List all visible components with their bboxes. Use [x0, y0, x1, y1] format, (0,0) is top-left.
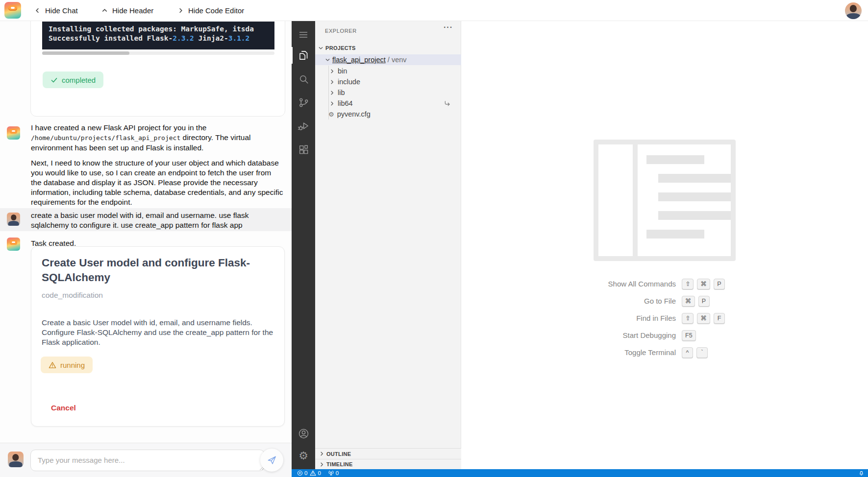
- chevron-down-icon: [318, 46, 323, 51]
- terminal-line-1: Installing collected packages: MarkupSaf…: [49, 25, 254, 33]
- terminal-hscrollbar[interactable]: [42, 51, 274, 55]
- watermark-bar: [646, 230, 704, 238]
- watermark-bar: [646, 155, 704, 164]
- chevron-right-icon: [329, 90, 335, 95]
- hide-chat-button[interactable]: Hide Chat: [34, 0, 78, 21]
- user-avatar: [8, 452, 24, 467]
- keycap-shift: ⇧: [682, 313, 694, 324]
- send-paper-plane-icon: [266, 454, 277, 466]
- keycap-shift: ⇧: [682, 279, 694, 289]
- task-card: Create User model and configure Flask-SQ…: [31, 246, 285, 427]
- warning-count: 0: [318, 470, 321, 476]
- top-header: Hide Chat Hide Header Hide Code Editor: [0, 0, 868, 21]
- completed-label: completed: [62, 76, 96, 84]
- watermark-sidebar: [598, 144, 633, 256]
- chevron-down-icon: [325, 57, 330, 63]
- hide-code-editor-button[interactable]: Hide Code Editor: [177, 0, 244, 21]
- editor-watermark-graphic: [594, 140, 736, 261]
- search-icon: [298, 73, 310, 85]
- shortcut-go-to-file: Go to File ⌘P: [574, 295, 741, 307]
- ports-indicator[interactable]: 0: [328, 470, 339, 476]
- tree-row-pyvenv-cfg[interactable]: ⚙ pyvenv.cfg: [315, 109, 461, 119]
- task-card-type: code_modification: [42, 291, 103, 300]
- run-debug-tab[interactable]: [292, 116, 315, 136]
- folder-label: lib64: [338, 99, 353, 107]
- chevron-right-icon: [319, 462, 324, 467]
- status-badge-running: running: [41, 357, 93, 373]
- terminal-line-2: Successfully installed Flask-2.3.2 Jinja…: [49, 34, 268, 43]
- cancel-button[interactable]: Cancel: [51, 404, 76, 412]
- folder-label: bin: [338, 67, 347, 75]
- user-message: create a basic user model with id, email…: [31, 211, 280, 230]
- keyboard-shortcuts-list: Show All Commands ⇧⌘P Go to File ⌘P Find…: [574, 278, 741, 364]
- assistant-message: I have created a new Flask API project f…: [31, 123, 284, 207]
- hide-chat-label: Hide Chat: [45, 6, 78, 15]
- check-icon: [50, 76, 58, 84]
- gear-icon: ⚙: [298, 451, 308, 461]
- problems-warnings[interactable]: 0: [310, 470, 321, 476]
- tree-row-lib[interactable]: lib: [315, 87, 461, 98]
- tree-row-flask-api-project[interactable]: flask_api_project / venv: [315, 54, 461, 65]
- chevron-right-icon: [319, 451, 324, 456]
- task-card-title: Create User model and configure Flask-SQ…: [42, 256, 274, 285]
- app-logo-robot-icon: [4, 2, 21, 19]
- explorer-sidebar: EXPLORER ··· PROJECTS flask_api_project …: [315, 21, 461, 469]
- extensions-tab[interactable]: [292, 140, 315, 159]
- keycap-f: F: [714, 313, 725, 324]
- search-tab[interactable]: [292, 69, 315, 89]
- shortcut-label: Show All Commands: [574, 280, 682, 288]
- activity-bar: ⚙: [292, 21, 315, 469]
- shortcut-label: Toggle Terminal: [574, 348, 682, 357]
- shortcut-start-debugging: Start Debugging F5: [574, 330, 741, 341]
- root-folder-suffix: / venv: [388, 56, 407, 64]
- file-label: pyvenv.cfg: [337, 110, 371, 118]
- assistant-avatar: [7, 238, 20, 251]
- chat-panel: Installing collected packages: MarkupSaf…: [0, 21, 292, 477]
- timeline-section-header[interactable]: TIMELINE: [315, 459, 461, 469]
- error-count: 0: [304, 470, 307, 476]
- keycap-cmd: ⌘: [682, 296, 695, 307]
- account-button[interactable]: [292, 424, 315, 443]
- watermark-bar: [658, 211, 731, 220]
- project-path-code: /home/ubuntu/projects/flask_api_project: [31, 134, 180, 142]
- hide-code-editor-label: Hide Code Editor: [188, 6, 244, 15]
- keycap-ctrl: ^: [682, 347, 693, 358]
- tree-row-bin[interactable]: bin: [315, 66, 461, 76]
- settings-button[interactable]: ⚙: [292, 446, 315, 466]
- source-control-tab[interactable]: [292, 93, 315, 112]
- chevron-right-icon: [329, 101, 335, 106]
- status-bar: 0 0 0: [292, 469, 868, 477]
- menu-button[interactable]: [292, 25, 315, 45]
- source-control-icon: [298, 96, 310, 109]
- terminal-hscrollbar-thumb[interactable]: [42, 51, 129, 55]
- assistant-message-p1: I have created a new Flask API project f…: [31, 123, 284, 153]
- outline-section-header[interactable]: OUTLINE: [315, 448, 461, 459]
- debug-play-icon: [297, 119, 310, 132]
- editor-welcome-area: Show All Commands ⇧⌘P Go to File ⌘P Find…: [461, 21, 868, 469]
- problems-errors[interactable]: 0: [297, 470, 307, 476]
- shortcut-show-all-commands: Show All Commands ⇧⌘P: [574, 278, 741, 289]
- projects-section-header[interactable]: PROJECTS: [315, 43, 461, 53]
- config-gear-icon: ⚙: [328, 111, 334, 118]
- root-folder-name: flask_api_project: [332, 56, 386, 64]
- hide-header-button[interactable]: Hide Header: [101, 0, 153, 21]
- extensions-icon: [298, 143, 310, 156]
- status-badge-completed: completed: [43, 72, 103, 88]
- shortcut-find-in-files: Find in Files ⇧⌘F: [574, 312, 741, 324]
- message-input[interactable]: [30, 450, 265, 471]
- user-message-row: create a basic user model with id, email…: [0, 208, 292, 231]
- keycap-p: P: [714, 279, 725, 289]
- send-button[interactable]: [260, 449, 283, 472]
- tree-row-lib64[interactable]: lib64: [315, 98, 461, 109]
- files-icon: [297, 49, 310, 62]
- warning-icon: [310, 470, 316, 476]
- more-actions-icon[interactable]: ···: [444, 23, 453, 32]
- warning-icon: [49, 361, 56, 369]
- notifications-button[interactable]: [858, 470, 865, 477]
- task-card-description: Create a basic User model with id, email…: [42, 318, 278, 347]
- explorer-tab[interactable]: [292, 46, 315, 65]
- tree-row-include[interactable]: include: [315, 76, 461, 87]
- user-profile-avatar[interactable]: [845, 2, 862, 19]
- shortcut-label: Go to File: [574, 297, 682, 305]
- watermark-editor: [638, 144, 731, 256]
